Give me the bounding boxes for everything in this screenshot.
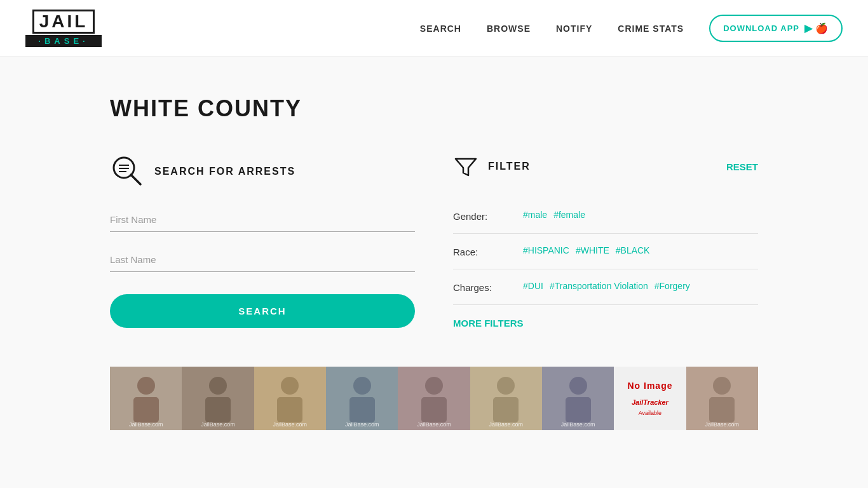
arrest-photo-8-no-image[interactable]: No Image JailTracker Available <box>614 367 686 430</box>
watermark-9: JailBase.com <box>705 421 740 428</box>
gender-tag-male[interactable]: #male <box>523 210 547 220</box>
person-silhouette-2 <box>182 367 254 430</box>
race-label: Race: <box>453 245 510 257</box>
gender-label: Gender: <box>453 210 510 222</box>
filter-icon <box>453 154 478 179</box>
watermark-6: JailBase.com <box>489 421 524 428</box>
watermark-4: JailBase.com <box>345 421 379 428</box>
page-title: WHITE COUNTY <box>110 95 758 122</box>
person-silhouette-1 <box>110 367 182 430</box>
filter-charges-row: Charges: #DUI #Transportation Violation … <box>453 269 758 305</box>
charges-tag-dui[interactable]: #DUI <box>523 281 543 291</box>
search-button[interactable]: SEARCH <box>110 294 415 328</box>
search-header: SEARCH FOR ARRESTS <box>110 154 415 189</box>
nav-browse[interactable]: BROWSE <box>487 24 531 34</box>
person-silhouette-9 <box>686 367 758 430</box>
apple-icon: 🍎 <box>815 22 829 34</box>
last-name-input[interactable] <box>110 248 415 272</box>
charges-tags: #DUI #Transportation Violation #Forgery <box>523 281 690 291</box>
arrest-photo-1[interactable]: JailBase.com <box>110 367 182 430</box>
race-tag-white[interactable]: #WHITE <box>576 245 609 255</box>
svg-point-14 <box>425 377 443 395</box>
svg-line-1 <box>131 175 140 184</box>
race-tag-black[interactable]: #BLACK <box>616 245 650 255</box>
search-section-title: SEARCH FOR ARRESTS <box>154 166 295 177</box>
photo-strip: JailBase.com JailBase.com JailBase.com <box>110 367 758 430</box>
person-silhouette-3 <box>254 367 326 430</box>
watermark-2: JailBase.com <box>201 421 235 428</box>
logo-base-text: ·BASE· <box>25 35 102 47</box>
svg-rect-11 <box>277 397 302 423</box>
main-nav: SEARCH BROWSE NOTIFY CRIME STATS DOWNLOA… <box>420 15 843 42</box>
nav-crime-stats[interactable]: CRIME STATS <box>618 24 684 34</box>
arrest-photo-4[interactable]: JailBase.com <box>326 367 398 430</box>
arrest-photo-6[interactable]: JailBase.com <box>470 367 542 430</box>
download-app-button[interactable]: DOWNLOAD APP ▶ 🍎 <box>709 15 843 42</box>
svg-point-8 <box>209 377 227 395</box>
logo[interactable]: JAIL ·BASE· <box>25 10 102 48</box>
filter-section-title: FILTER <box>488 161 531 172</box>
svg-rect-19 <box>566 397 591 423</box>
arrest-photo-3[interactable]: JailBase.com <box>254 367 326 430</box>
filter-svg-icon <box>453 154 478 179</box>
filter-header: FILTER RESET <box>453 154 758 179</box>
arrest-photo-2[interactable]: JailBase.com <box>182 367 254 430</box>
header: JAIL ·BASE· SEARCH BROWSE NOTIFY CRIME S… <box>0 0 868 57</box>
content-grid: SEARCH FOR ARRESTS SEARCH FILTER RESET <box>110 154 758 329</box>
person-silhouette-5 <box>398 367 470 430</box>
filter-section: FILTER RESET Gender: #male #female Race:… <box>453 154 758 329</box>
more-filters-button[interactable]: MORE FILTERS <box>453 318 758 329</box>
logo-jail-text: JAIL <box>32 10 95 34</box>
svg-point-20 <box>713 377 731 395</box>
filter-gender-row: Gender: #male #female <box>453 198 758 234</box>
no-image-watermark: Available <box>639 410 661 416</box>
watermark-1: JailBase.com <box>129 421 163 428</box>
svg-point-18 <box>569 377 587 395</box>
race-tag-hispanic[interactable]: #HISPANIC <box>523 245 569 255</box>
svg-rect-7 <box>133 397 159 423</box>
download-icons: ▶ 🍎 <box>804 22 829 34</box>
search-arrests-icon <box>110 154 145 189</box>
race-tags: #HISPANIC #WHITE #BLACK <box>523 245 649 255</box>
svg-point-10 <box>281 377 299 395</box>
svg-marker-5 <box>456 159 476 175</box>
no-image-label: No Image <box>627 381 672 391</box>
svg-point-16 <box>497 377 515 395</box>
gender-tags: #male #female <box>523 210 585 220</box>
person-silhouette-6 <box>470 367 542 430</box>
person-silhouette-4 <box>326 367 398 430</box>
svg-rect-17 <box>493 397 519 423</box>
download-app-label: DOWNLOAD APP <box>723 24 799 33</box>
watermark-5: JailBase.com <box>417 421 451 428</box>
nav-notify[interactable]: NOTIFY <box>556 24 592 34</box>
search-svg-icon <box>110 154 145 189</box>
nav-search[interactable]: SEARCH <box>420 24 461 34</box>
svg-rect-13 <box>349 397 375 423</box>
play-icon: ▶ <box>804 22 813 34</box>
svg-rect-9 <box>205 397 231 423</box>
svg-rect-15 <box>421 397 447 423</box>
filter-header-left: FILTER <box>453 154 531 179</box>
charges-tag-transportation[interactable]: #Transportation Violation <box>550 281 648 291</box>
charges-tag-forgery[interactable]: #Forgery <box>654 281 690 291</box>
charges-label: Charges: <box>453 281 510 293</box>
arrest-photo-7[interactable]: JailBase.com <box>542 367 614 430</box>
svg-rect-21 <box>709 397 735 423</box>
main-content: WHITE COUNTY SEARCH FOR ARRESTS <box>85 57 783 456</box>
gender-tag-female[interactable]: #female <box>553 210 585 220</box>
reset-filter-button[interactable]: RESET <box>726 161 758 172</box>
svg-point-6 <box>137 377 155 395</box>
first-name-input[interactable] <box>110 208 415 232</box>
arrest-photo-5[interactable]: JailBase.com <box>398 367 470 430</box>
svg-point-12 <box>353 377 371 395</box>
watermark-7: JailBase.com <box>561 421 595 428</box>
filter-race-row: Race: #HISPANIC #WHITE #BLACK <box>453 234 758 269</box>
jailtracker-logo: JailTracker <box>632 396 668 407</box>
search-section: SEARCH FOR ARRESTS SEARCH <box>110 154 415 329</box>
person-silhouette-7 <box>542 367 614 430</box>
arrest-photo-9[interactable]: JailBase.com <box>686 367 758 430</box>
watermark-3: JailBase.com <box>273 421 308 428</box>
